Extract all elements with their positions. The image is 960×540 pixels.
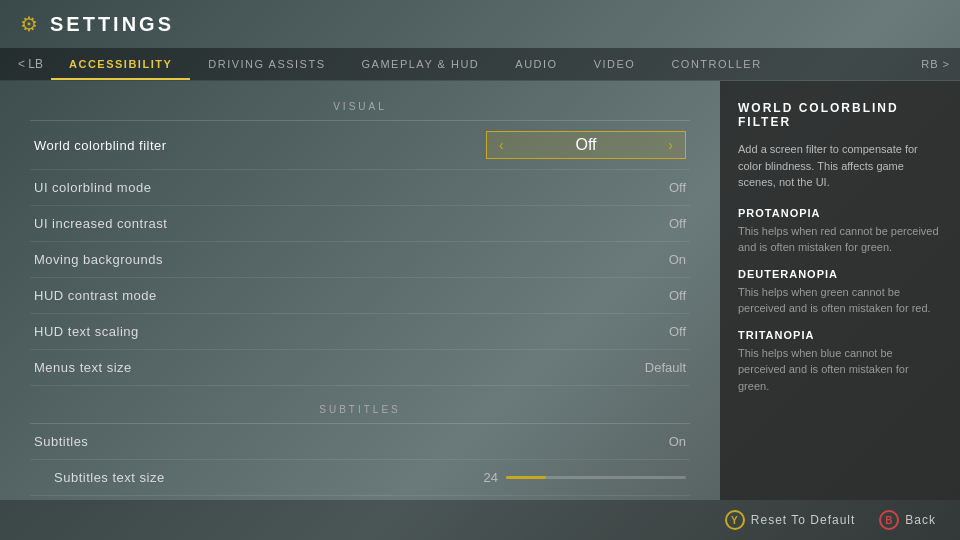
setting-name-menus-text: Menus text size (34, 360, 132, 375)
setting-name-hud-text-scaling: HUD text scaling (34, 324, 139, 339)
right-arrow-icon[interactable]: › (668, 137, 673, 153)
setting-row-subtitles-size[interactable]: Subtitles text size 24 (30, 460, 690, 496)
info-option-deuteranopia: DEUTERANOPIA This helps when green canno… (738, 268, 942, 317)
setting-name-hud-contrast: HUD contrast mode (34, 288, 157, 303)
left-arrow-icon[interactable]: ‹ (499, 137, 504, 153)
ui-contrast-value: Off (669, 216, 686, 231)
setting-row-ui-contrast[interactable]: UI increased contrast Off (30, 206, 690, 242)
setting-row-world-colorblind[interactable]: World colorblind filter ‹ Off › (30, 121, 690, 170)
hud-text-scaling-value: Off (669, 324, 686, 339)
info-option-desc-deuteranopia: This helps when green cannot be perceive… (738, 284, 942, 317)
setting-row-subtitles[interactable]: Subtitles On (30, 424, 690, 460)
setting-name-world-colorblind: World colorblind filter (34, 138, 167, 153)
tab-gameplay-hud[interactable]: GAMEPLAY & HUD (344, 48, 498, 80)
info-panel-desc: Add a screen filter to compensate for co… (738, 141, 942, 191)
nav-tabs: < LB ACCESSIBILITY DRIVING ASSISTS GAMEP… (0, 48, 960, 81)
tab-accessibility[interactable]: ACCESSIBILITY (51, 48, 190, 80)
subtitles-section-label: SUBTITLES (30, 394, 690, 424)
setting-name-subtitles: Subtitles (34, 434, 88, 449)
info-option-tritanopia: TRITANOPIA This helps when blue cannot b… (738, 329, 942, 395)
visual-section-label: VISUAL (30, 91, 690, 121)
info-panel: WORLD COLORBLIND FILTER Add a screen fil… (720, 81, 960, 500)
setting-row-ui-colorblind[interactable]: UI colorblind mode Off (30, 170, 690, 206)
world-colorblind-value: Off (575, 136, 596, 154)
subtitles-size-fill (506, 476, 546, 479)
info-option-title-deuteranopia: DEUTERANOPIA (738, 268, 942, 280)
ui-colorblind-value: Off (669, 180, 686, 195)
setting-row-moving-bg[interactable]: Moving backgrounds On (30, 242, 690, 278)
tab-controller[interactable]: CONTROLLER (653, 48, 779, 80)
settings-panel: VISUAL World colorblind filter ‹ Off › U… (0, 81, 720, 500)
page-title: SETTINGS (50, 13, 174, 36)
setting-name-subtitles-size: Subtitles text size (34, 470, 165, 485)
setting-name-moving-bg: Moving backgrounds (34, 252, 163, 267)
tab-audio[interactable]: AUDIO (497, 48, 575, 80)
info-option-title-tritanopia: TRITANOPIA (738, 329, 942, 341)
setting-name-ui-contrast: UI increased contrast (34, 216, 167, 231)
main-container: ⚙ SETTINGS < LB ACCESSIBILITY DRIVING AS… (0, 0, 960, 540)
setting-name-ui-colorblind: UI colorblind mode (34, 180, 151, 195)
info-panel-title: WORLD COLORBLIND FILTER (738, 101, 942, 129)
subtitles-value: On (669, 434, 686, 449)
subtitles-size-track[interactable] (506, 476, 686, 479)
nav-left-arrow[interactable]: < LB (10, 57, 51, 71)
menus-text-value: Default (645, 360, 686, 375)
nav-right-arrow[interactable]: RB > (921, 58, 950, 70)
b-button-icon: B (879, 510, 899, 530)
setting-row-hud-contrast[interactable]: HUD contrast mode Off (30, 278, 690, 314)
info-option-protanopia: PROTANOPIA This helps when red cannot be… (738, 207, 942, 256)
setting-row-menus-text[interactable]: Menus text size Default (30, 350, 690, 386)
hud-contrast-value: Off (669, 288, 686, 303)
back-button[interactable]: B Back (879, 510, 936, 530)
info-option-desc-protanopia: This helps when red cannot be perceived … (738, 223, 942, 256)
subtitles-size-value: 24 (473, 470, 498, 485)
reset-label: Reset To Default (751, 513, 856, 527)
tab-driving-assists[interactable]: DRIVING ASSISTS (190, 48, 343, 80)
setting-row-hud-text-scaling[interactable]: HUD text scaling Off (30, 314, 690, 350)
main-content: VISUAL World colorblind filter ‹ Off › U… (0, 81, 960, 500)
reset-to-default-button[interactable]: Y Reset To Default (725, 510, 856, 530)
moving-bg-value: On (669, 252, 686, 267)
gear-icon: ⚙ (20, 12, 38, 36)
info-option-desc-tritanopia: This helps when blue cannot be perceived… (738, 345, 942, 395)
y-button-icon: Y (725, 510, 745, 530)
back-label: Back (905, 513, 936, 527)
tab-video[interactable]: VIDEO (576, 48, 654, 80)
footer: Y Reset To Default B Back (0, 500, 960, 540)
world-colorblind-selector[interactable]: ‹ Off › (486, 131, 686, 159)
info-option-title-protanopia: PROTANOPIA (738, 207, 942, 219)
subtitles-size-slider-container: 24 (473, 470, 686, 485)
header: ⚙ SETTINGS (0, 0, 960, 48)
